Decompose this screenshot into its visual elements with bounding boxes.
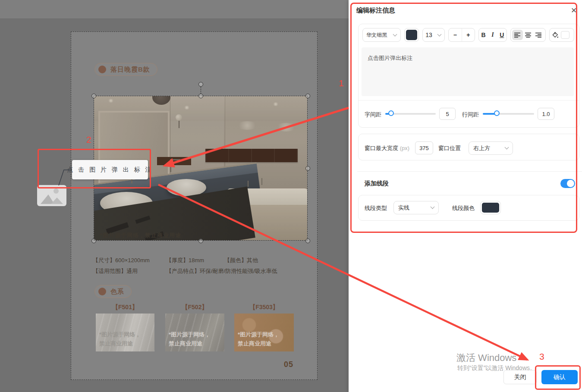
align-center-icon [525, 32, 532, 38]
swatch-watermark: *图片源于网络，禁止商业用途 [169, 330, 210, 348]
image-placeholder-icon[interactable] [37, 185, 66, 206]
rotation-stem [201, 87, 201, 94]
spec-size: 【尺寸】600×1200mm [93, 257, 150, 264]
confirm-button[interactable]: 确认 [541, 370, 578, 384]
align-left-button[interactable] [512, 30, 523, 40]
annotation-text-input[interactable]: 点击图片弹出标注 [362, 47, 574, 96]
line-type-select[interactable]: 实线 [393, 201, 439, 214]
line-type-label: 线段类型 [365, 204, 387, 212]
spec-color: 【颜色】其他 [224, 257, 258, 264]
panel-title: 编辑标注信息 [356, 6, 395, 15]
px-unit: (px) [400, 145, 409, 151]
slider-handle[interactable] [494, 110, 500, 116]
line-color-button[interactable] [480, 201, 501, 214]
line-height-label: 行间距 [462, 111, 479, 119]
fill-color-swatch [561, 31, 569, 39]
increase-size-button[interactable]: + [462, 28, 475, 41]
swatch-f3503[interactable]: *图片源于网络，禁止商业用途 [234, 314, 294, 351]
window-position-value: 右上方 [473, 144, 490, 152]
badge-dot-icon [98, 288, 106, 295]
swatch-label: 【F501】 [96, 304, 154, 311]
color-series-label: 色系 [110, 288, 124, 296]
mountains-sun-icon [37, 185, 66, 206]
bold-button[interactable]: B [479, 28, 488, 41]
swatch-f501[interactable]: *图片源于网络，禁止商业用途 [96, 314, 154, 351]
line-color-swatch [482, 203, 499, 213]
selection-handle[interactable] [91, 238, 96, 243]
selection-handle[interactable] [91, 94, 96, 98]
annotation-tooltip-text: 点 击 图 片 弹 出 标 注 [67, 166, 153, 174]
align-right-button[interactable] [533, 30, 544, 40]
close-icon[interactable]: ✕ [569, 5, 579, 16]
selection-handle[interactable] [305, 94, 310, 98]
swatch-label: 【F3503】 [234, 304, 294, 311]
step2-number: 2 [86, 135, 91, 145]
step1-number: 1 [339, 78, 344, 88]
divider [357, 171, 582, 172]
line-height-input[interactable] [538, 108, 554, 120]
add-line-label: 添加线段 [365, 180, 389, 188]
decrease-size-button[interactable]: − [449, 28, 462, 41]
swatch-label: 【F502】 [165, 304, 224, 311]
align-right-icon [535, 32, 542, 38]
font-size-value: 13 [423, 28, 435, 41]
italic-button[interactable]: I [488, 28, 497, 41]
selection-handle[interactable] [198, 94, 203, 98]
align-center-button[interactable] [523, 30, 534, 40]
close-button[interactable]: 关闭 [503, 370, 537, 384]
align-left-icon [514, 32, 521, 38]
fill-color-button[interactable] [549, 28, 574, 42]
spec-features: 【产品特点】环保/耐磨/防滑性能强/吸水率低 [166, 267, 277, 275]
align-group [510, 28, 546, 42]
series-badge[interactable]: 落日晚霞B款 [94, 63, 157, 76]
toggle-knob [567, 180, 574, 187]
font-family-select[interactable]: 华文细黑 [362, 28, 401, 42]
swatch-watermark: *图片源于网络，禁止商业用途 [99, 330, 141, 348]
text-color-swatch [406, 30, 417, 40]
letter-spacing-slider[interactable] [385, 113, 436, 115]
page-number: 05 [284, 360, 293, 369]
activate-windows-text: 激活 Windows [456, 351, 516, 364]
chevron-down-icon [505, 145, 509, 150]
line-height-slider[interactable] [483, 113, 534, 115]
line-type-value: 实线 [398, 204, 409, 212]
chevron-down-icon [431, 205, 435, 209]
annotation-tooltip[interactable]: 点 击 图 片 弹 出 标 注 [72, 160, 148, 179]
chevron-down-icon [437, 32, 442, 36]
window-position-select[interactable]: 右上方 [469, 141, 513, 155]
letter-spacing-input[interactable] [439, 108, 456, 120]
chevron-down-icon [393, 32, 397, 36]
spec-thickness: 【厚度】18mm [166, 257, 204, 264]
swatch-f502[interactable]: *图片源于网络，禁止商业用途 [165, 314, 224, 351]
slider-handle[interactable] [388, 110, 394, 116]
underline-button[interactable]: U [497, 28, 506, 41]
selection-handle-rotate[interactable] [198, 82, 203, 87]
window-width-input[interactable] [415, 141, 433, 154]
text-format-group: B I U [478, 28, 507, 42]
spec-scope: 【适用范围】通用 [93, 267, 138, 275]
font-family-value: 华文细黑 [363, 28, 390, 41]
window-width-label: 窗口最大宽度 (px) [365, 144, 409, 152]
paint-bucket-icon [552, 32, 559, 38]
window-position-label: 窗口位置 [438, 144, 461, 152]
step3-number: 3 [539, 351, 544, 362]
font-size-stepper: − + [448, 28, 475, 42]
selection-handle[interactable] [305, 166, 310, 171]
letter-spacing-label: 字间距 [365, 111, 381, 119]
selection-handle[interactable] [305, 238, 310, 243]
text-color-button[interactable] [404, 28, 419, 42]
selection-handle[interactable] [198, 238, 203, 243]
series-badge-label: 落日晚霞B款 [110, 66, 150, 74]
add-line-toggle[interactable] [560, 179, 575, 188]
line-color-label: 线段颜色 [452, 204, 475, 212]
color-series-badge[interactable]: 色系 [94, 285, 132, 298]
swatch-watermark: *图片源于网络，禁止商业用途 [238, 330, 279, 348]
divider [359, 100, 579, 100]
badge-dot-icon [98, 66, 106, 73]
font-size-select[interactable]: 13 [422, 28, 445, 42]
top-toolbar [0, 0, 349, 19]
